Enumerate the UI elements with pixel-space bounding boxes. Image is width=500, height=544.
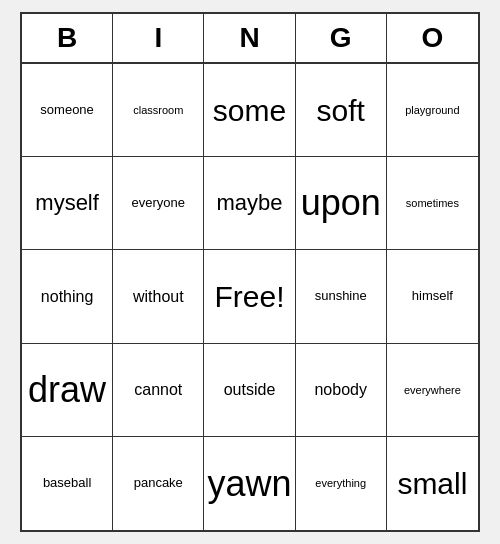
cell-text: everything [315, 477, 366, 489]
cell-text: classroom [133, 104, 183, 116]
cell-text: nothing [41, 288, 94, 306]
cell-text: outside [224, 381, 276, 399]
bingo-cell[interactable]: Free! [204, 250, 295, 343]
bingo-cell[interactable]: himself [387, 250, 478, 343]
cell-text: Free! [214, 280, 284, 313]
bingo-cell[interactable]: small [387, 437, 478, 530]
cell-text: myself [35, 191, 99, 215]
bingo-cell[interactable]: sometimes [387, 157, 478, 250]
cell-text: baseball [43, 476, 91, 490]
bingo-cell[interactable]: nothing [22, 250, 113, 343]
bingo-cell[interactable]: someone [22, 64, 113, 157]
cell-text: small [397, 467, 467, 500]
cell-text: without [133, 288, 184, 306]
cell-text: sometimes [406, 197, 459, 209]
cell-text: pancake [134, 476, 183, 490]
bingo-cell[interactable]: upon [296, 157, 387, 250]
bingo-cell[interactable]: everyone [113, 157, 204, 250]
bingo-cell[interactable]: soft [296, 64, 387, 157]
cell-text: someone [40, 103, 93, 117]
bingo-cell[interactable]: without [113, 250, 204, 343]
cell-text: himself [412, 289, 453, 303]
cell-text: upon [301, 183, 381, 223]
bingo-cell[interactable]: outside [204, 344, 295, 437]
cell-text: soft [317, 94, 365, 127]
cell-text: cannot [134, 381, 182, 399]
bingo-cell[interactable]: yawn [204, 437, 295, 530]
header-letter: I [113, 14, 204, 62]
bingo-cell[interactable]: nobody [296, 344, 387, 437]
bingo-cell[interactable]: sunshine [296, 250, 387, 343]
cell-text: nobody [314, 381, 367, 399]
bingo-cell[interactable]: pancake [113, 437, 204, 530]
header-letter: N [204, 14, 295, 62]
bingo-cell[interactable]: myself [22, 157, 113, 250]
cell-text: draw [28, 370, 106, 410]
bingo-cell[interactable]: baseball [22, 437, 113, 530]
bingo-cell[interactable]: everywhere [387, 344, 478, 437]
cell-text: sunshine [315, 289, 367, 303]
cell-text: everywhere [404, 384, 461, 396]
bingo-cell[interactable]: everything [296, 437, 387, 530]
bingo-card: BINGO someoneclassroomsomesoftplayground… [20, 12, 480, 532]
bingo-grid: someoneclassroomsomesoftplaygroundmyself… [22, 64, 478, 530]
cell-text: everyone [132, 196, 185, 210]
bingo-cell[interactable]: playground [387, 64, 478, 157]
cell-text: some [213, 94, 286, 127]
cell-text: playground [405, 104, 459, 116]
bingo-header: BINGO [22, 14, 478, 64]
header-letter: G [296, 14, 387, 62]
bingo-cell[interactable]: classroom [113, 64, 204, 157]
bingo-cell[interactable]: some [204, 64, 295, 157]
bingo-cell[interactable]: draw [22, 344, 113, 437]
bingo-cell[interactable]: cannot [113, 344, 204, 437]
cell-text: maybe [216, 191, 282, 215]
header-letter: O [387, 14, 478, 62]
header-letter: B [22, 14, 113, 62]
cell-text: yawn [207, 464, 291, 504]
bingo-cell[interactable]: maybe [204, 157, 295, 250]
